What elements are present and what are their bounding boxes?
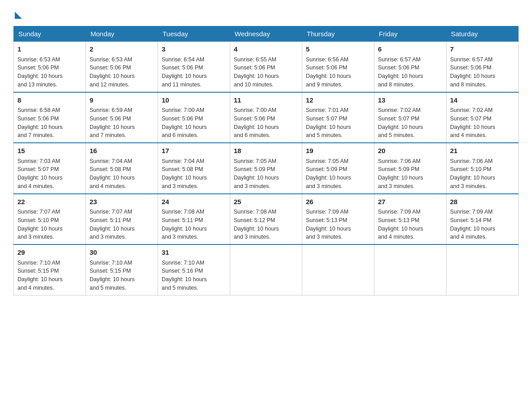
calendar-cell: 11 Sunrise: 7:00 AM Sunset: 5:06 PM Dayl… bbox=[230, 92, 302, 143]
sunset-label: Sunset: 5:12 PM bbox=[234, 217, 275, 223]
daylight-minutes: and 13 minutes. bbox=[17, 81, 57, 88]
day-number: 10 bbox=[162, 95, 226, 106]
daylight-label: Daylight: 10 hours bbox=[90, 276, 135, 283]
daylight-minutes: and 7 minutes. bbox=[17, 132, 54, 138]
day-number: 11 bbox=[234, 95, 298, 106]
daylight-minutes: and 3 minutes. bbox=[378, 183, 415, 189]
daylight-minutes: and 7 minutes. bbox=[90, 132, 126, 138]
calendar-table: SundayMondayTuesdayWednesdayThursdayFrid… bbox=[13, 26, 519, 295]
calendar-cell: 10 Sunrise: 7:00 AM Sunset: 5:06 PM Dayl… bbox=[158, 92, 230, 143]
sunset-label: Sunset: 5:07 PM bbox=[450, 116, 491, 122]
sunset-label: Sunset: 5:06 PM bbox=[17, 64, 59, 71]
sunrise-label: Sunrise: 6:59 AM bbox=[90, 107, 132, 113]
sunset-label: Sunset: 5:06 PM bbox=[450, 64, 491, 71]
calendar-week-row: 22 Sunrise: 7:07 AM Sunset: 5:10 PM Dayl… bbox=[14, 194, 519, 245]
daylight-label: Daylight: 10 hours bbox=[450, 175, 495, 181]
day-number: 12 bbox=[306, 95, 370, 106]
day-number: 8 bbox=[17, 95, 82, 106]
sunrise-label: Sunrise: 6:54 AM bbox=[162, 56, 204, 63]
page-header bbox=[13, 9, 519, 19]
sunset-label: Sunset: 5:15 PM bbox=[17, 268, 59, 274]
sunset-label: Sunset: 5:16 PM bbox=[162, 268, 203, 274]
calendar-cell: 19 Sunrise: 7:05 AM Sunset: 5:09 PM Dayl… bbox=[302, 143, 374, 194]
sunrise-label: Sunrise: 7:06 AM bbox=[378, 158, 420, 164]
day-of-week-header: Saturday bbox=[446, 26, 519, 42]
daylight-label: Daylight: 10 hours bbox=[378, 73, 423, 79]
daylight-minutes: and 3 minutes. bbox=[306, 234, 343, 240]
day-number: 22 bbox=[17, 197, 82, 207]
daylight-label: Daylight: 10 hours bbox=[90, 175, 135, 181]
calendar-cell: 27 Sunrise: 7:09 AM Sunset: 5:13 PM Dayl… bbox=[374, 194, 446, 245]
daylight-label: Daylight: 10 hours bbox=[17, 175, 63, 181]
sunrise-label: Sunrise: 6:58 AM bbox=[17, 107, 60, 113]
daylight-label: Daylight: 10 hours bbox=[17, 73, 63, 79]
calendar-cell: 28 Sunrise: 7:09 AM Sunset: 5:14 PM Dayl… bbox=[446, 194, 519, 245]
day-of-week-header: Tuesday bbox=[158, 26, 230, 42]
calendar-cell: 16 Sunrise: 7:04 AM Sunset: 5:08 PM Dayl… bbox=[86, 143, 158, 194]
day-number: 1 bbox=[17, 44, 82, 55]
day-number: 5 bbox=[306, 44, 370, 55]
day-of-week-header: Thursday bbox=[302, 26, 374, 42]
sunset-label: Sunset: 5:07 PM bbox=[17, 166, 59, 172]
sunrise-label: Sunrise: 7:07 AM bbox=[17, 209, 60, 215]
sunset-label: Sunset: 5:07 PM bbox=[378, 116, 419, 122]
daylight-label: Daylight: 10 hours bbox=[306, 124, 351, 130]
calendar-cell: 22 Sunrise: 7:07 AM Sunset: 5:10 PM Dayl… bbox=[14, 194, 86, 245]
sunset-label: Sunset: 5:09 PM bbox=[306, 166, 347, 172]
sunset-label: Sunset: 5:06 PM bbox=[90, 116, 131, 122]
day-of-week-header: Friday bbox=[374, 26, 446, 42]
day-number: 27 bbox=[378, 197, 442, 207]
day-number: 15 bbox=[17, 146, 82, 156]
daylight-label: Daylight: 10 hours bbox=[306, 226, 351, 232]
day-number: 21 bbox=[450, 146, 515, 156]
calendar-cell: 5 Sunrise: 6:56 AM Sunset: 5:06 PM Dayli… bbox=[302, 42, 374, 92]
sunrise-label: Sunrise: 7:09 AM bbox=[306, 209, 348, 215]
sunrise-label: Sunrise: 7:01 AM bbox=[306, 107, 348, 113]
day-number: 9 bbox=[90, 95, 154, 106]
daylight-label: Daylight: 10 hours bbox=[450, 73, 495, 79]
sunset-label: Sunset: 5:06 PM bbox=[378, 64, 419, 71]
sunrise-label: Sunrise: 7:02 AM bbox=[450, 107, 493, 113]
day-number: 13 bbox=[378, 95, 442, 106]
daylight-minutes: and 5 minutes. bbox=[90, 285, 126, 291]
sunset-label: Sunset: 5:06 PM bbox=[306, 64, 347, 71]
daylight-label: Daylight: 10 hours bbox=[90, 124, 135, 130]
calendar-cell: 31 Sunrise: 7:10 AM Sunset: 5:16 PM Dayl… bbox=[158, 244, 230, 295]
daylight-label: Daylight: 10 hours bbox=[17, 124, 63, 130]
daylight-minutes: and 10 minutes. bbox=[234, 81, 274, 88]
sunset-label: Sunset: 5:13 PM bbox=[378, 217, 419, 223]
daylight-minutes: and 4 minutes. bbox=[17, 285, 54, 291]
day-number: 19 bbox=[306, 146, 370, 156]
sunset-label: Sunset: 5:15 PM bbox=[90, 268, 131, 274]
sunrise-label: Sunrise: 7:10 AM bbox=[17, 260, 60, 266]
calendar-cell: 8 Sunrise: 6:58 AM Sunset: 5:06 PM Dayli… bbox=[14, 92, 86, 143]
sunrise-label: Sunrise: 7:06 AM bbox=[450, 158, 493, 164]
day-of-week-header: Wednesday bbox=[230, 26, 302, 42]
day-number: 16 bbox=[90, 146, 154, 156]
daylight-minutes: and 8 minutes. bbox=[378, 81, 415, 88]
logo bbox=[13, 9, 22, 19]
calendar-cell: 17 Sunrise: 7:04 AM Sunset: 5:08 PM Dayl… bbox=[158, 143, 230, 194]
day-number: 26 bbox=[306, 197, 370, 207]
calendar-cell: 13 Sunrise: 7:02 AM Sunset: 5:07 PM Dayl… bbox=[374, 92, 446, 143]
sunrise-label: Sunrise: 6:53 AM bbox=[90, 56, 132, 63]
calendar-cell: 1 Sunrise: 6:53 AM Sunset: 5:06 PM Dayli… bbox=[14, 42, 86, 92]
daylight-label: Daylight: 10 hours bbox=[378, 226, 423, 232]
sunset-label: Sunset: 5:08 PM bbox=[90, 166, 131, 172]
sunset-label: Sunset: 5:11 PM bbox=[162, 217, 203, 223]
daylight-minutes: and 11 minutes. bbox=[162, 81, 202, 88]
day-number: 3 bbox=[162, 44, 226, 55]
daylight-minutes: and 3 minutes. bbox=[306, 183, 343, 189]
calendar-cell: 6 Sunrise: 6:57 AM Sunset: 5:06 PM Dayli… bbox=[374, 42, 446, 92]
daylight-minutes: and 4 minutes. bbox=[17, 183, 54, 189]
daylight-label: Daylight: 10 hours bbox=[306, 73, 351, 79]
calendar-cell: 3 Sunrise: 6:54 AM Sunset: 5:06 PM Dayli… bbox=[158, 42, 230, 92]
daylight-minutes: and 4 minutes. bbox=[90, 183, 126, 189]
calendar-week-row: 15 Sunrise: 7:03 AM Sunset: 5:07 PM Dayl… bbox=[14, 143, 519, 194]
sunrise-label: Sunrise: 6:57 AM bbox=[450, 56, 493, 63]
daylight-minutes: and 4 minutes. bbox=[378, 234, 415, 240]
sunset-label: Sunset: 5:06 PM bbox=[234, 64, 275, 71]
day-number: 29 bbox=[17, 248, 82, 258]
daylight-minutes: and 5 minutes. bbox=[162, 285, 198, 291]
sunrise-label: Sunrise: 7:00 AM bbox=[162, 107, 204, 113]
